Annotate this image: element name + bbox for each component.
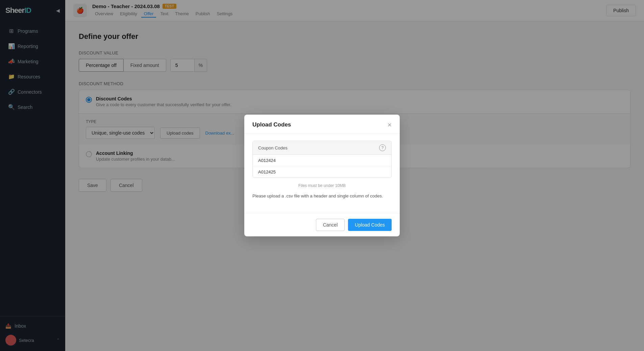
modal-footer: Cancel Upload Codes [244, 213, 400, 236]
modal-title: Upload Codes [252, 121, 291, 128]
csv-row-2: A012425 [253, 166, 391, 178]
modal-close-button[interactable]: × [388, 121, 392, 128]
modal-overlay[interactable]: Upload Codes × Coupon Codes ? A012424 A0… [0, 0, 644, 351]
modal-cancel-button[interactable]: Cancel [316, 219, 345, 231]
upload-instruction: Please upload a .csv file with a header … [252, 193, 392, 200]
help-icon[interactable]: ? [379, 144, 386, 151]
csv-header-label: Coupon Codes [258, 145, 288, 150]
csv-row-1: A012424 [253, 155, 391, 166]
csv-header-row: Coupon Codes ? [253, 141, 391, 155]
csv-preview: Coupon Codes ? A012424 A012425 [252, 141, 392, 178]
modal-header: Upload Codes × [244, 115, 400, 134]
file-size-note: Files must be under 10MB [252, 183, 392, 188]
modal-body: Coupon Codes ? A012424 A012425 Files mus… [244, 134, 400, 213]
modal-upload-button[interactable]: Upload Codes [348, 219, 392, 231]
upload-codes-modal: Upload Codes × Coupon Codes ? A012424 A0… [244, 115, 400, 236]
